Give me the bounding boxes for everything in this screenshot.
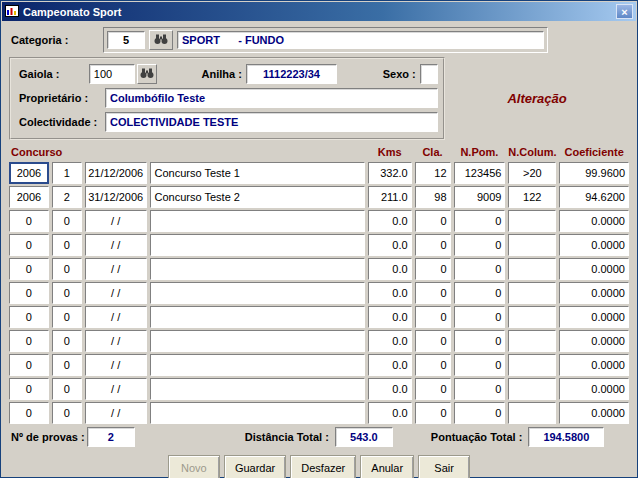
cell-name[interactable] — [150, 378, 365, 400]
cell-number[interactable]: 1 — [52, 162, 82, 184]
cell-ncolum[interactable]: >20 — [508, 162, 556, 184]
cell-ncolum[interactable] — [508, 378, 556, 400]
cell-ncolum[interactable] — [508, 306, 556, 328]
cell-name[interactable] — [150, 402, 365, 424]
cell-cla[interactable]: 0 — [415, 306, 451, 328]
cell-npom[interactable]: 0 — [454, 330, 506, 352]
cell-number[interactable]: 0 — [52, 306, 82, 328]
cell-coeficiente[interactable]: 0.0000 — [559, 306, 629, 328]
cell-year[interactable]: 0 — [9, 282, 49, 304]
cell-cla[interactable]: 12 — [415, 162, 451, 184]
cell-year[interactable]: 0 — [9, 258, 49, 280]
cell-name[interactable]: Concurso Teste 1 — [150, 162, 365, 184]
cell-date[interactable]: / / — [85, 234, 147, 256]
cell-year[interactable]: 0 — [9, 210, 49, 232]
categoria-lookup-button[interactable] — [149, 30, 173, 50]
desfazer-button[interactable]: Desfazer — [290, 455, 356, 478]
cell-name[interactable] — [150, 210, 365, 232]
cell-npom[interactable]: 0 — [454, 234, 506, 256]
cell-kms[interactable]: 211.0 — [368, 186, 412, 208]
cell-coeficiente[interactable]: 0.0000 — [559, 234, 629, 256]
cell-cla[interactable]: 0 — [415, 330, 451, 352]
cell-number[interactable]: 0 — [52, 402, 82, 424]
cell-npom[interactable]: 0 — [454, 282, 506, 304]
cell-name[interactable] — [150, 282, 365, 304]
cell-coeficiente[interactable]: 0.0000 — [559, 210, 629, 232]
cell-kms[interactable]: 0.0 — [368, 258, 412, 280]
cell-date[interactable]: / / — [85, 402, 147, 424]
cell-kms[interactable]: 0.0 — [368, 378, 412, 400]
cell-cla[interactable]: 0 — [415, 258, 451, 280]
cell-number[interactable]: 0 — [52, 330, 82, 352]
cell-npom[interactable]: 0 — [454, 378, 506, 400]
cell-name[interactable] — [150, 306, 365, 328]
cell-npom[interactable]: 0 — [454, 210, 506, 232]
cell-number[interactable]: 0 — [52, 234, 82, 256]
cell-date[interactable]: 21/12/2006 — [85, 162, 147, 184]
cell-coeficiente[interactable]: 0.0000 — [559, 354, 629, 376]
cell-number[interactable]: 2 — [52, 186, 82, 208]
cell-kms[interactable]: 0.0 — [368, 402, 412, 424]
cell-coeficiente[interactable]: 0.0000 — [559, 378, 629, 400]
cell-kms[interactable]: 0.0 — [368, 234, 412, 256]
categoria-number-field[interactable]: 5 — [107, 31, 145, 49]
cell-npom[interactable]: 0 — [454, 258, 506, 280]
cell-year[interactable]: 0 — [9, 234, 49, 256]
cell-kms[interactable]: 0.0 — [368, 330, 412, 352]
cell-cla[interactable]: 0 — [415, 402, 451, 424]
cell-ncolum[interactable] — [508, 330, 556, 352]
cell-number[interactable]: 0 — [52, 354, 82, 376]
cell-kms[interactable]: 332.0 — [368, 162, 412, 184]
cell-ncolum[interactable] — [508, 354, 556, 376]
guardar-button[interactable]: Guardar — [224, 455, 286, 478]
cell-date[interactable]: / / — [85, 258, 147, 280]
categoria-desc-field[interactable]: SPORT - FUNDO — [177, 31, 544, 49]
cell-cla[interactable]: 98 — [415, 186, 451, 208]
cell-cla[interactable]: 0 — [415, 282, 451, 304]
cell-cla[interactable]: 0 — [415, 378, 451, 400]
proprietario-field[interactable]: Columbófilo Teste — [105, 88, 438, 108]
cell-ncolum[interactable] — [508, 402, 556, 424]
cell-coeficiente[interactable]: 0.0000 — [559, 402, 629, 424]
cell-name[interactable] — [150, 258, 365, 280]
cell-npom[interactable]: 0 — [454, 354, 506, 376]
cell-ncolum[interactable]: 122 — [508, 186, 556, 208]
cell-name[interactable]: Concurso Teste 2 — [150, 186, 365, 208]
cell-number[interactable]: 0 — [52, 258, 82, 280]
cell-year[interactable]: 0 — [9, 378, 49, 400]
anilha-field[interactable]: 1112223/34 — [246, 64, 337, 84]
cell-year[interactable]: 0 — [9, 330, 49, 352]
cell-npom[interactable]: 0 — [454, 402, 506, 424]
cell-date[interactable]: 31/12/2006 — [85, 186, 147, 208]
gaiola-field[interactable]: 100 — [89, 64, 136, 84]
cell-ncolum[interactable] — [508, 210, 556, 232]
colectividade-field[interactable]: COLECTIVIDADE TESTE — [105, 112, 438, 132]
cell-name[interactable] — [150, 354, 365, 376]
cell-name[interactable] — [150, 234, 365, 256]
cell-kms[interactable]: 0.0 — [368, 210, 412, 232]
cell-coeficiente[interactable]: 0.0000 — [559, 330, 629, 352]
cell-year[interactable]: 0 — [9, 354, 49, 376]
cell-number[interactable]: 0 — [52, 210, 82, 232]
cell-date[interactable]: / / — [85, 306, 147, 328]
cell-year[interactable]: 0 — [9, 402, 49, 424]
sair-button[interactable]: Sair — [418, 455, 470, 478]
cell-number[interactable]: 0 — [52, 282, 82, 304]
cell-year[interactable]: 2006 — [9, 162, 49, 184]
anular-button[interactable]: Anular — [360, 455, 414, 478]
cell-ncolum[interactable] — [508, 234, 556, 256]
cell-npom[interactable]: 123456 — [454, 162, 506, 184]
cell-year[interactable]: 0 — [9, 306, 49, 328]
cell-coeficiente[interactable]: 0.0000 — [559, 282, 629, 304]
cell-coeficiente[interactable]: 94.6200 — [559, 186, 629, 208]
cell-ncolum[interactable] — [508, 282, 556, 304]
cell-number[interactable]: 0 — [52, 378, 82, 400]
cell-coeficiente[interactable]: 99.9600 — [559, 162, 629, 184]
close-button[interactable]: × — [616, 4, 633, 19]
cell-date[interactable]: / / — [85, 354, 147, 376]
cell-coeficiente[interactable]: 0.0000 — [559, 258, 629, 280]
cell-cla[interactable]: 0 — [415, 210, 451, 232]
cell-kms[interactable]: 0.0 — [368, 354, 412, 376]
gaiola-lookup-button[interactable] — [137, 64, 157, 84]
cell-kms[interactable]: 0.0 — [368, 282, 412, 304]
